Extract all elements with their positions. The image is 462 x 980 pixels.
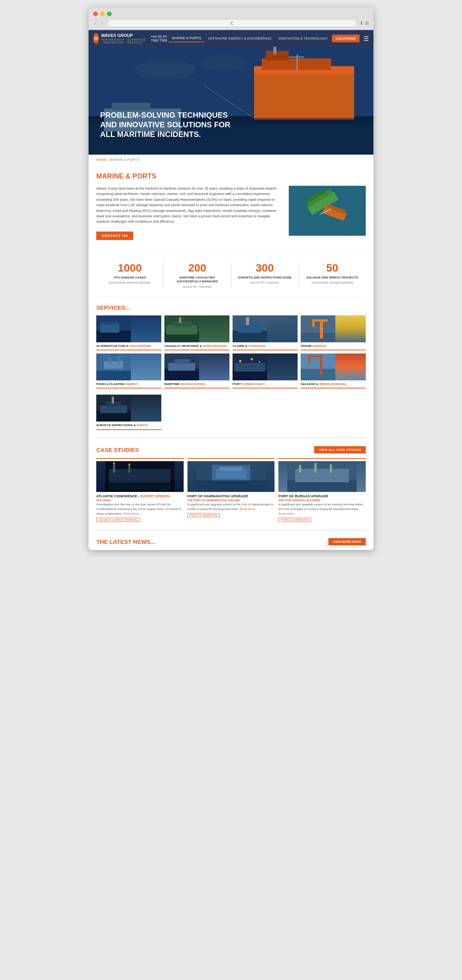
case-divider-3 bbox=[278, 458, 366, 459]
case-read-more-atlantik[interactable]: Read More... bbox=[124, 512, 141, 515]
about-row: Waves Group have been at the forefront o… bbox=[96, 186, 366, 240]
service-maritime-digital[interactable]: MARITIME DIGITALISATION bbox=[164, 353, 229, 388]
case-location-hamina: THE PORT OF HAMINAKOTHA, FINLAND bbox=[187, 499, 275, 502]
svg-rect-27 bbox=[102, 321, 117, 324]
service-surveys[interactable]: SURVEYS INSPECTIONS & AUDITS bbox=[96, 395, 161, 430]
case-tag-hamina[interactable]: PORTS & HARBOURS bbox=[187, 513, 220, 517]
stat-surveys-number: 300 bbox=[235, 262, 295, 274]
browser-share[interactable]: ⬆ bbox=[360, 20, 363, 26]
logo-sub: PARTNERSHIP · EXPERTISE · INNOVATION · R… bbox=[101, 38, 147, 44]
stat-ffo-sub: Successfully delivered globally. bbox=[100, 281, 159, 284]
nav-innovation[interactable]: INNOVATION & TECHNOLOGY bbox=[275, 35, 331, 42]
svg-rect-76 bbox=[196, 480, 266, 492]
service-surveys-img bbox=[96, 395, 161, 422]
case-card-hamina[interactable]: PORT OF HAMINAKOTHA UPGRADE THE PORT OF … bbox=[187, 458, 275, 522]
service-underline-5 bbox=[96, 388, 161, 388]
fixed-svg bbox=[96, 353, 131, 380]
site-logo[interactable]: W WAVES GROUP PARTNERSHIP · EXPERTISE · … bbox=[93, 33, 147, 44]
nav-marine-ports[interactable]: MARINE & PORTS bbox=[169, 35, 204, 42]
hamina-svg bbox=[187, 461, 275, 492]
services-grid-2: FIXED & FLOATING OBJECT MARITIME DIGITAL… bbox=[89, 353, 373, 388]
svg-point-55 bbox=[251, 358, 253, 360]
browser-back[interactable]: ‹ bbox=[93, 19, 98, 27]
service-underline-3 bbox=[233, 350, 298, 350]
service-salvage[interactable]: SALVAGE & WRECK REMOVAL bbox=[301, 353, 366, 388]
contact-us-button[interactable]: CONTACT US bbox=[96, 232, 133, 240]
case-read-more-hamina[interactable]: Read More... bbox=[239, 507, 257, 511]
case-desc-burgas: A significant port upgrade project of an… bbox=[278, 502, 366, 516]
services-row-3: SURVEYS INSPECTIONS & AUDITS bbox=[89, 392, 373, 437]
stat-casualties-sub: across 50+ countries bbox=[167, 285, 227, 288]
news-title: THE LATEST NEWS... bbox=[96, 538, 155, 545]
service-underline-6 bbox=[164, 388, 229, 388]
nav-offshore-energy[interactable]: OFFSHORE ENERGY & ENGINEERING bbox=[205, 35, 275, 42]
about-image bbox=[289, 186, 366, 236]
service-alt-fuels[interactable]: ALTERNATIVE FUELS FOR SHIPPING bbox=[96, 315, 161, 350]
service-fixed-img bbox=[96, 353, 161, 380]
svg-point-56 bbox=[259, 361, 260, 363]
main-section-title: MARINE & PORTS bbox=[96, 172, 366, 180]
breadcrumb-home[interactable]: HOME bbox=[96, 158, 107, 162]
nav-hamburger-icon[interactable]: ☰ bbox=[363, 35, 369, 42]
case-tag-burgas[interactable]: PORTS & HARBOURS bbox=[278, 518, 311, 522]
services-title: SERVICES... bbox=[89, 304, 373, 315]
case-name-atlantik: ATLANTIK CONFIDENCE - EXPERT OPINION bbox=[96, 494, 184, 498]
svg-rect-85 bbox=[330, 464, 332, 473]
service-crane-label: CRANE DAMAGE bbox=[301, 344, 366, 348]
svg-rect-32 bbox=[179, 317, 181, 323]
logo-icon: W bbox=[93, 33, 99, 44]
service-casualty-label: CASUALTY RESPONSE & INVESTIGATION bbox=[164, 344, 229, 348]
about-text: Waves Group have been at the forefront o… bbox=[96, 186, 283, 240]
svg-point-14 bbox=[135, 60, 196, 80]
stat-casualties-number: 200 bbox=[167, 262, 227, 274]
stat-ffo-number: 1000 bbox=[100, 262, 159, 274]
browser-maximize[interactable] bbox=[107, 12, 112, 16]
view-more-news-button[interactable]: VIEW MORE NEWS bbox=[328, 538, 366, 545]
service-fixed[interactable]: FIXED & FLOATING OBJECT bbox=[96, 353, 161, 388]
nav-locations-btn[interactable]: LOCATIONS bbox=[332, 35, 360, 42]
case-read-more-burgas[interactable]: Read More... bbox=[278, 512, 296, 515]
atlantik-svg bbox=[96, 461, 184, 492]
svg-rect-46 bbox=[117, 357, 121, 363]
svg-rect-35 bbox=[238, 323, 261, 333]
view-all-case-studies-button[interactable]: VIEW ALL CASE STUDIES bbox=[314, 446, 366, 453]
browser-url-bar[interactable]: C bbox=[107, 19, 357, 27]
case-location-atlantik: OFF OMAN bbox=[96, 499, 184, 502]
svg-rect-26 bbox=[100, 323, 119, 333]
service-port-label: PORT CONSULTANCY bbox=[233, 382, 298, 386]
case-divider-1 bbox=[96, 458, 184, 459]
service-underline bbox=[96, 350, 161, 350]
service-underline-4 bbox=[301, 350, 366, 350]
svg-point-15 bbox=[200, 55, 246, 70]
main-section: MARINE & PORTS Waves Group have been at … bbox=[89, 165, 373, 254]
hero-section: PROBLEM-SOLVING TECHNIQUES AND INNOVATIV… bbox=[89, 47, 373, 155]
news-section: THE LATEST NEWS... VIEW MORE NEWS bbox=[89, 530, 373, 550]
stat-ffo: 1000 FFO DAMAGE CASES Successfully deliv… bbox=[96, 262, 164, 288]
maritime-svg bbox=[164, 353, 199, 380]
browser-close[interactable] bbox=[93, 12, 98, 16]
stat-casualties-label: MARITIME CASUALTIES SUCCESSFULLY MANAGED bbox=[167, 276, 227, 284]
service-salvage-img bbox=[301, 353, 366, 380]
service-claims[interactable]: CLAIMS & LITIGATION bbox=[233, 315, 298, 350]
browser-forward[interactable]: › bbox=[100, 19, 105, 27]
stat-ffo-label: FFO DAMAGE CASES bbox=[100, 276, 159, 280]
svg-rect-31 bbox=[172, 321, 191, 327]
svg-rect-9 bbox=[289, 57, 304, 58]
svg-rect-83 bbox=[299, 465, 301, 473]
aerial-ship-svg bbox=[289, 186, 366, 236]
service-crane[interactable]: CRANE DAMAGE bbox=[301, 315, 366, 350]
case-card-burgas[interactable]: PORT OF BURGAS UPGRADE EMF PORT BURGAS, … bbox=[278, 458, 366, 522]
case-tag-atlantik[interactable]: SALVAGE & WRECK REMOVAL bbox=[96, 518, 140, 522]
browser-menu[interactable]: ⊞ bbox=[365, 20, 369, 26]
svg-rect-69 bbox=[109, 469, 171, 482]
hero-content: PROBLEM-SOLVING TECHNIQUES AND INNOVATIV… bbox=[100, 110, 231, 139]
case-card-atlantik[interactable]: ATLANTIK CONFIDENCE - EXPERT OPINION OFF… bbox=[96, 458, 184, 522]
browser-minimize[interactable] bbox=[100, 12, 105, 16]
service-port[interactable]: PORT CONSULTANCY bbox=[233, 353, 298, 388]
stats-row: 1000 FFO DAMAGE CASES Successfully deliv… bbox=[96, 254, 366, 297]
service-casualty[interactable]: CASUALTY RESPONSE & INVESTIGATION bbox=[164, 315, 229, 350]
svg-rect-49 bbox=[168, 363, 195, 371]
surveys-svg bbox=[96, 395, 131, 422]
case-name-burgas: PORT OF BURGAS UPGRADE bbox=[278, 494, 366, 498]
service-underline-9 bbox=[96, 429, 161, 430]
